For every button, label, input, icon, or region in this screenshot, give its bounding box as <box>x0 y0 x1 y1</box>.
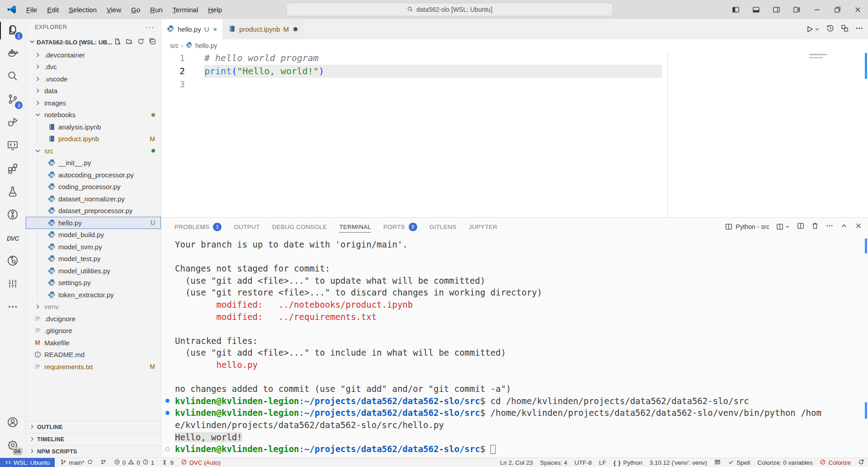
status-jupyter-cells[interactable] <box>711 458 724 467</box>
tab-hello-py[interactable]: hello.pyU× <box>161 19 223 39</box>
new-folder-button[interactable] <box>125 38 133 47</box>
command-decoration-icon[interactable] <box>165 411 170 415</box>
menu-file[interactable]: File <box>21 4 42 16</box>
tree-item-model-test-py[interactable]: model_test.py <box>26 253 161 265</box>
menu-run[interactable]: Run <box>145 4 168 16</box>
tree-item--dvc[interactable]: .dvc <box>26 61 161 73</box>
run-python-file-button[interactable] <box>805 25 820 33</box>
tree-item-notebooks[interactable]: notebooks <box>26 109 161 121</box>
toggle-secondary-sidebar-icon[interactable] <box>766 0 787 19</box>
activity-dvc[interactable]: DVC <box>0 227 25 250</box>
remote-indicator[interactable]: WSL: Ubuntu <box>0 458 55 467</box>
tree-item-images[interactable]: images <box>26 97 161 109</box>
status-indentation[interactable]: Spaces: 4 <box>537 458 571 467</box>
command-center-search[interactable]: data562-slo [WSL: Ubuntu] <box>286 3 613 16</box>
breadcrumb[interactable]: src › hello.py <box>161 39 868 52</box>
new-terminal-button[interactable] <box>776 223 790 231</box>
unsaved-dot-icon[interactable] <box>293 27 297 31</box>
menu-help[interactable]: Help <box>203 4 227 16</box>
status-git-branch[interactable]: main* <box>57 458 97 467</box>
tree-item-coding-processor-py[interactable]: coding_processor.py <box>26 181 161 193</box>
activity-source-control[interactable]: 3 <box>0 88 25 111</box>
status-python-interpreter[interactable]: 3.10.12 ('venv': venv) <box>646 458 711 467</box>
activity-accounts[interactable] <box>0 411 25 434</box>
status-spell-checker[interactable]: Spell <box>724 458 754 467</box>
breadcrumb-file[interactable]: hello.py <box>195 42 217 49</box>
status-cursor-position[interactable]: Ln 2, Col 23 <box>496 458 537 467</box>
tree-item-requirements-txt[interactable]: requirements.txtM <box>26 361 161 373</box>
tree-item-hello-py[interactable]: hello.pyU <box>26 217 161 229</box>
tree-item-model-build-py[interactable]: model_build.py <box>26 229 161 241</box>
tree-item-token-extractor-py[interactable]: token_extractor.py <box>26 289 161 301</box>
tree-item-autocoding-processor-py[interactable]: autocoding_processor.py <box>26 169 161 181</box>
tree-item-settings-py[interactable]: settings.py <box>26 277 161 289</box>
new-file-button[interactable] <box>113 38 121 47</box>
status-notifications[interactable] <box>854 458 868 467</box>
maximize-panel-button[interactable] <box>840 222 848 232</box>
panel-tab-debug-console[interactable]: DEBUG CONSOLE <box>272 218 327 236</box>
toggle-panel-icon[interactable] <box>746 0 766 19</box>
panel-tab-jupyter[interactable]: JUPYTER <box>469 218 498 236</box>
activity-search[interactable] <box>0 65 25 88</box>
section-timeline[interactable]: TIMELINE <box>26 433 161 445</box>
tree-item-analysis-ipynb[interactable]: analysis.ipynb <box>26 121 161 133</box>
explorer-more-actions[interactable]: ··· <box>145 23 155 32</box>
panel-tab-terminal[interactable]: TERMINAL <box>339 218 371 236</box>
panel-tab-output[interactable]: OUTPUT <box>234 218 259 236</box>
tree-item--devcontainer[interactable]: .devcontainer <box>26 49 161 61</box>
activity-docker[interactable] <box>0 42 25 65</box>
activity-gitlens-inspect[interactable] <box>0 250 25 273</box>
panel-tab-ports[interactable]: PORTS9 <box>383 218 417 236</box>
tree-item-data[interactable]: data <box>26 85 161 97</box>
status-encoding[interactable]: UTF-8 <box>571 458 595 467</box>
open-changes-button[interactable] <box>840 24 849 34</box>
timeline-history-button[interactable] <box>826 24 835 34</box>
tree-item-makefile[interactable]: MMakefile <box>26 337 161 349</box>
minimap[interactable] <box>809 54 827 55</box>
restore-button[interactable] <box>827 0 848 19</box>
close-window-button[interactable] <box>848 0 868 19</box>
activity-explorer[interactable]: 1 <box>0 19 25 42</box>
status-colorize-variables[interactable]: Colorize: 0 variables <box>754 458 816 467</box>
command-decoration-icon[interactable] <box>165 399 170 403</box>
minimize-button[interactable] <box>807 0 827 19</box>
tree-item-readme-md[interactable]: README.md <box>26 349 161 361</box>
tree-item-model-utilities-py[interactable]: model_utilities.py <box>26 265 161 277</box>
close-panel-button[interactable] <box>854 222 863 232</box>
activity-remote-explorer[interactable] <box>0 134 25 157</box>
status-language-mode[interactable]: { }Python <box>610 458 646 467</box>
breadcrumb-folder[interactable]: src <box>170 42 179 49</box>
close-tab-icon[interactable]: × <box>213 25 217 33</box>
activity-extensions[interactable] <box>0 157 25 181</box>
command-decoration-icon[interactable] <box>165 447 170 451</box>
status-eol[interactable]: LF <box>595 458 610 467</box>
tree-item-src[interactable]: src <box>26 145 161 157</box>
activity-more-views[interactable] <box>0 296 25 319</box>
status-ports-forwarded[interactable]: 9 <box>158 458 177 467</box>
status-problems[interactable]: 001 <box>110 458 158 467</box>
tree-item-product-ipynb[interactable]: product.ipynbM <box>26 133 161 145</box>
menu-selection[interactable]: Selection <box>64 4 102 16</box>
project-root-row[interactable]: DATA562-SLO [WSL: UB... <box>26 35 161 49</box>
tree-item--dvcignore[interactable]: .dvcignore <box>26 313 161 325</box>
panel-tab-problems[interactable]: PROBLEMS1 <box>175 218 222 236</box>
activity-settings[interactable]: DA <box>0 434 25 457</box>
panel-more-actions[interactable] <box>826 222 834 232</box>
status-colorize-toggle[interactable]: Colorize <box>816 458 854 467</box>
refresh-explorer-button[interactable] <box>137 38 145 47</box>
collapse-folders-button[interactable] <box>149 38 156 47</box>
activity-testing[interactable] <box>0 181 25 204</box>
tree-item--gitignore[interactable]: .gitignore <box>26 325 161 337</box>
tree-item--init-py[interactable]: __init__.py <box>26 157 161 169</box>
menu-terminal[interactable]: Terminal <box>168 4 203 16</box>
status-gitlens-graph[interactable] <box>97 458 110 467</box>
panel-tab-gitlens[interactable]: GITLENS <box>429 218 457 236</box>
split-terminal-button[interactable] <box>797 222 805 232</box>
tree-item-venv[interactable]: venv <box>26 301 161 313</box>
kill-terminal-button[interactable] <box>811 222 819 232</box>
menu-view[interactable]: View <box>102 4 126 16</box>
tree-item-dataset-normalizer-py[interactable]: dataset_normalizer.py <box>26 193 161 205</box>
tab-product-ipynb[interactable]: product.ipynbM <box>223 19 303 39</box>
activity-tune[interactable] <box>0 273 25 296</box>
toggle-sidebar-icon[interactable] <box>726 0 746 19</box>
